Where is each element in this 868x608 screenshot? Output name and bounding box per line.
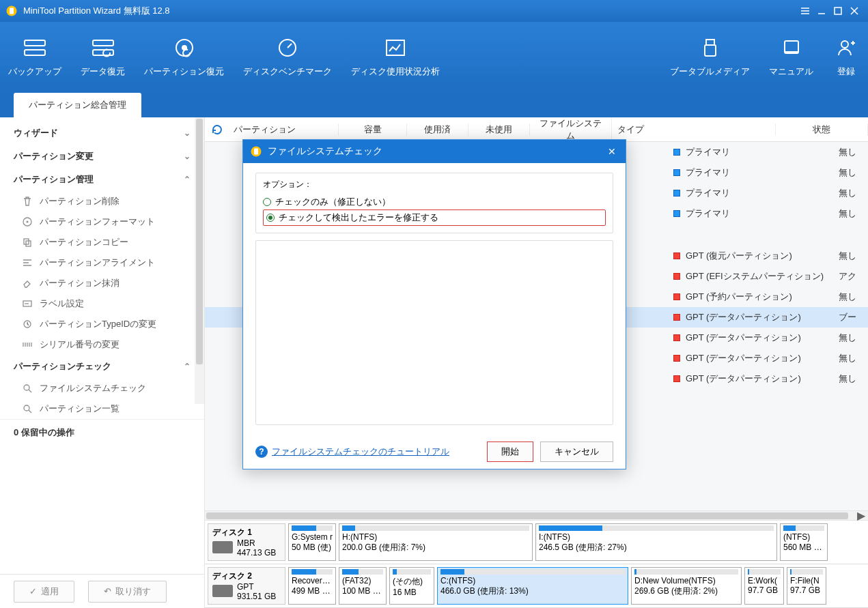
chevron-down-icon: ⌄ bbox=[184, 128, 191, 138]
align-icon bbox=[20, 257, 34, 268]
color-square-icon bbox=[673, 334, 680, 341]
book-icon bbox=[778, 34, 805, 61]
radio-check-fix[interactable]: チェックして検出したエラーを修正する bbox=[263, 209, 606, 226]
list-icon bbox=[20, 403, 34, 414]
content-scrollbar[interactable]: ▶ bbox=[205, 510, 868, 520]
col-type[interactable]: タイプ bbox=[612, 124, 776, 136]
disk-partition[interactable]: (FAT32)100 MB (使 bbox=[339, 567, 387, 605]
sidebar-item-label: パーティションフォーマット bbox=[40, 216, 155, 228]
disk-usage-icon bbox=[382, 34, 409, 61]
col-partition[interactable]: パーティション bbox=[229, 124, 339, 136]
disk-partition[interactable]: F:File(N97.7 GB bbox=[787, 567, 826, 605]
sidebar-item-copy[interactable]: パーティションコピー bbox=[0, 232, 204, 252]
toolbar-disk-usage[interactable]: ディスク使用状況分析 bbox=[351, 34, 440, 78]
sidebar-item-label: シリアル番号の変更 bbox=[40, 338, 120, 351]
disk-label[interactable]: ディスク 1MBR447.13 GB bbox=[208, 523, 285, 561]
disk-partition[interactable]: C:(NTFS)466.0 GB (使用済: 13%) bbox=[437, 567, 628, 605]
dialog-titlebar: ファイルシステムチェック ✕ bbox=[243, 140, 626, 163]
sidebar: ウィザード ⌄ パーティション変更 ⌄ パーティション管理 ⌃ パーティション削… bbox=[0, 117, 205, 608]
disk-icon bbox=[212, 541, 233, 553]
maximize-icon[interactable] bbox=[830, 3, 846, 19]
minimize-icon[interactable] bbox=[813, 3, 830, 19]
toolbar-data-recovery[interactable]: データ復元 bbox=[81, 34, 125, 78]
tab-strip: パーティション総合管理 bbox=[0, 90, 868, 117]
toolbar-label: ディスクベンチマーク bbox=[243, 66, 332, 78]
toolbar-backup[interactable]: バックアップ bbox=[8, 34, 61, 78]
disk-label[interactable]: ディスク 2GPT931.51 GB bbox=[208, 567, 285, 605]
search-icon bbox=[20, 383, 34, 394]
dialog-title: ファイルシステムチェック bbox=[268, 145, 382, 158]
radio-icon bbox=[266, 214, 275, 222]
color-square-icon bbox=[673, 314, 680, 321]
check-icon: ✓ bbox=[29, 586, 37, 596]
disk-partition[interactable]: (NTFS)560 MB (使 bbox=[780, 523, 828, 561]
pending-ops: 0 保留中の操作 bbox=[0, 419, 204, 446]
sidebar-wizard[interactable]: ウィザード ⌄ bbox=[0, 121, 204, 145]
color-square-icon bbox=[673, 169, 680, 176]
refresh-icon[interactable] bbox=[205, 124, 229, 136]
sidebar-item-delete[interactable]: パーティション削除 bbox=[0, 191, 204, 212]
col-status[interactable]: 状態 bbox=[776, 124, 868, 136]
options-legend: オプション： bbox=[263, 179, 606, 190]
toolbar-partition-recovery[interactable]: パーティション復元 bbox=[144, 34, 224, 78]
toolbar-label: 登録 bbox=[837, 66, 855, 78]
svg-rect-24 bbox=[254, 149, 258, 155]
dialog-footer: ? ファイルシステムチェックのチュートリアル 開始 キャンセル bbox=[243, 435, 626, 469]
close-icon[interactable] bbox=[846, 3, 863, 19]
toolbar-manual[interactable]: マニュアル bbox=[769, 34, 813, 78]
apply-button[interactable]: ✓適用 bbox=[14, 581, 74, 603]
sidebar-item-label: ファイルシステムチェック bbox=[40, 382, 146, 394]
sidebar-item-align[interactable]: パーティションアライメント bbox=[0, 252, 204, 273]
chevron-down-icon: ⌄ bbox=[184, 151, 191, 161]
radio-label: チェックのみ（修正しない） bbox=[275, 196, 391, 208]
data-recovery-icon bbox=[89, 34, 117, 61]
undo-icon: ↶ bbox=[104, 586, 111, 596]
dialog-close-icon[interactable]: ✕ bbox=[605, 146, 619, 157]
disk-partition[interactable]: H:(NTFS)200.0 GB (使用済: 7%) bbox=[339, 523, 533, 561]
sidebar-partition-change[interactable]: パーティション変更 ⌄ bbox=[0, 145, 204, 168]
sidebar-item-wipe[interactable]: パーティション抹消 bbox=[0, 273, 204, 293]
backup-icon bbox=[21, 34, 48, 61]
sidebar-item-serial[interactable]: シリアル番号の変更 bbox=[0, 334, 204, 355]
sidebar-item-typeid[interactable]: パーティションTypeIDの変更 bbox=[0, 314, 204, 334]
disk-partition[interactable]: E:Work(97.7 GB bbox=[744, 567, 784, 605]
sidebar-item-label: パーティションアライメント bbox=[40, 257, 155, 269]
disk-partition[interactable]: (その他)16 MB bbox=[389, 567, 434, 605]
sidebar-item-label-set[interactable]: ラベル設定 bbox=[0, 293, 204, 314]
cancel-button[interactable]: キャンセル bbox=[540, 441, 613, 462]
sidebar-item-fs-check[interactable]: ファイルシステムチェック bbox=[0, 378, 204, 399]
sidebar-item-explorer[interactable]: パーティション一覧 bbox=[0, 399, 204, 419]
col-used[interactable]: 使用済 bbox=[407, 124, 468, 136]
radio-check-only[interactable]: チェックのみ（修正しない） bbox=[263, 194, 606, 209]
help-icon: ? bbox=[255, 446, 268, 458]
tab-partition-manage[interactable]: パーティション総合管理 bbox=[14, 93, 141, 117]
col-fs[interactable]: ファイルシステム bbox=[530, 117, 612, 142]
toolbar-bootable-media[interactable]: ブータブルメディア bbox=[670, 34, 750, 78]
col-unused[interactable]: 未使用 bbox=[468, 124, 530, 136]
tutorial-link[interactable]: ? ファイルシステムチェックのチュートリアル bbox=[255, 446, 449, 458]
sidebar-partition-manage[interactable]: パーティション管理 ⌃ bbox=[0, 168, 204, 191]
fs-check-dialog: ファイルシステムチェック ✕ オプション： チェックのみ（修正しない） チェック… bbox=[242, 139, 626, 469]
disk-partition[interactable]: G:System r50 MB (使) bbox=[288, 523, 336, 561]
disk-partition[interactable]: I:(NTFS)246.5 GB (使用済: 27%) bbox=[535, 523, 777, 561]
menu-icon[interactable] bbox=[797, 3, 813, 19]
disk-partition[interactable]: Recovery(N499 MB (使 bbox=[288, 567, 336, 605]
sidebar-group-label: パーティション管理 bbox=[14, 173, 94, 186]
sidebar-partition-check[interactable]: パーティションチェック ⌃ bbox=[0, 355, 204, 378]
disk-partition[interactable]: D:New Volume(NTFS)269.6 GB (使用済: 2%) bbox=[631, 567, 742, 605]
toolbar-register[interactable]: 登録 bbox=[832, 34, 860, 78]
svg-point-14 bbox=[841, 41, 848, 48]
toolbar-label: マニュアル bbox=[769, 66, 813, 78]
toolbar-benchmark[interactable]: ディスクベンチマーク bbox=[243, 34, 332, 78]
options-group: オプション： チェックのみ（修正しない） チェックして検出したエラーを修正する bbox=[255, 173, 613, 233]
sidebar-scrollbar[interactable] bbox=[195, 117, 204, 404]
sidebar-item-format[interactable]: パーティションフォーマット bbox=[0, 212, 204, 232]
chevron-up-icon: ⌃ bbox=[184, 362, 191, 371]
undo-button[interactable]: ↶取り消す bbox=[88, 581, 167, 603]
chevron-up-icon: ⌃ bbox=[184, 175, 191, 184]
start-button[interactable]: 開始 bbox=[487, 441, 533, 462]
col-capacity[interactable]: 容量 bbox=[339, 124, 407, 136]
svg-rect-5 bbox=[93, 40, 113, 46]
disk-maps: ディスク 1MBR447.13 GBG:System r50 MB (使)H:(… bbox=[205, 520, 868, 608]
disk-icon bbox=[212, 585, 233, 597]
